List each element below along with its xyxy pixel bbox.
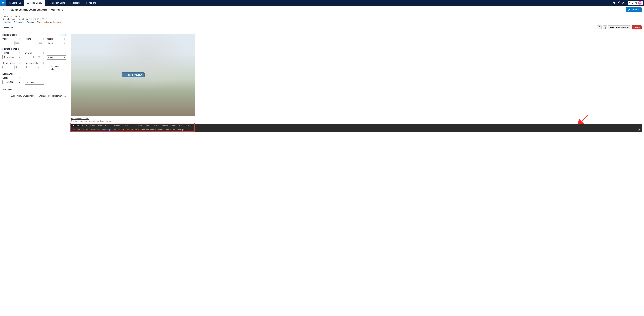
lang-tab-react[interactable]: React	[144, 123, 152, 127]
scale-note: This image has been scaled down for view…	[71, 120, 112, 122]
nav-reports[interactable]: Reports	[68, 0, 83, 6]
uploaded-text: Uploaded about a month ago (2019-12-18 1…	[2, 18, 642, 20]
reset-link[interactable]: Reset	[61, 34, 66, 36]
effect-select[interactable]: Artistic Filter▼	[2, 80, 22, 84]
mode-select[interactable]: Scale▼	[47, 41, 66, 45]
quality-input[interactable]	[37, 55, 44, 59]
lang-tab-vuejs[interactable]: Vue.js	[152, 123, 160, 127]
nav-dashboard[interactable]: Dashboard	[6, 0, 24, 6]
quality-label: Quality:	[25, 52, 32, 54]
settings-icon[interactable]	[613, 2, 615, 4]
lang-tab-jquery[interactable]: jQuery	[135, 123, 144, 127]
quality-mode-select[interactable]: Manual▼	[47, 56, 66, 60]
delete-button[interactable]: Delete	[632, 25, 642, 29]
add-tag-link[interactable]: + Add tag	[2, 21, 11, 23]
help-icon[interactable]: ?	[42, 62, 44, 64]
help-icon[interactable]: ?	[20, 38, 22, 40]
nav-label: Media Library	[30, 2, 42, 4]
bookmark-icon[interactable]	[597, 25, 602, 29]
overlay-link[interactable]: Add overlay & watermark...	[12, 95, 36, 97]
auto-rotation-checkbox[interactable]	[47, 67, 49, 69]
section-resize-crop: Resize & crop	[2, 34, 17, 36]
svg-rect-0	[9, 2, 10, 3]
corner-slider[interactable]	[2, 67, 14, 67]
preview-image: Refresh Preview	[71, 34, 195, 116]
manage-button[interactable]: Manage	[626, 8, 642, 12]
quality-slider[interactable]	[25, 57, 36, 57]
crop-icon[interactable]	[602, 25, 607, 29]
rename-link[interactable]: Rename	[27, 21, 34, 23]
width-input[interactable]	[14, 41, 22, 45]
help-icon[interactable]: ?	[64, 38, 66, 40]
effect-label: Effect:	[2, 77, 8, 79]
nav-media-library[interactable]: Media Library	[24, 0, 45, 6]
url-code[interactable]: https://res.cloudinary.com/demo/image/up…	[71, 127, 642, 132]
view-image-link[interactable]: View image	[2, 26, 13, 29]
rotation-input[interactable]	[37, 65, 44, 69]
copy-icon[interactable]	[638, 128, 640, 131]
toolbar-row: View image View derived images Delete	[0, 24, 644, 31]
corner-input[interactable]	[14, 65, 22, 69]
help-icon[interactable]: ▾	[622, 2, 626, 4]
help-icon[interactable]: ?	[20, 77, 22, 79]
main-content: Resize & crop Reset Width:? Height:? Mod…	[0, 31, 644, 135]
refresh-preview-button[interactable]: Refresh Preview	[122, 72, 144, 77]
page-header: ✕ samples/landscapes/nature-mountains Ma…	[0, 6, 644, 14]
view-full-size-link[interactable]: View full-size image	[71, 117, 89, 120]
svg-rect-7	[638, 129, 640, 130]
nav-transformations[interactable]: Transformations	[45, 0, 68, 6]
help-icon[interactable]: ?	[20, 62, 22, 64]
height-label: Height:	[25, 38, 31, 40]
account-name: Demo	[632, 2, 637, 4]
effect-option-select[interactable]: Primavera▼	[25, 81, 44, 85]
chain-link[interactable]: Chain another transformation...	[38, 95, 66, 97]
format-select[interactable]: Keep format▼	[2, 55, 22, 59]
brand-logo[interactable]	[0, 0, 6, 6]
edit-context-link[interactable]: Edit context	[14, 21, 24, 23]
height-slider[interactable]	[25, 43, 36, 43]
preview-area: Refresh Preview View full-size image Thi…	[69, 31, 644, 135]
lang-tab-https[interactable]: HTTPS	[71, 123, 80, 127]
corner-label: Corner radius:	[2, 62, 15, 64]
avatar: ET	[638, 1, 642, 5]
help-icon[interactable]: ?	[20, 52, 22, 54]
width-label: Width:	[2, 38, 8, 40]
section-look-feel: Look & feel	[2, 73, 66, 75]
lang-tab-ios[interactable]: iOS	[186, 123, 193, 127]
lang-tab-php[interactable]: PHP	[96, 123, 104, 127]
lang-tab-angular[interactable]: Angular	[160, 123, 170, 127]
divider	[8, 8, 8, 12]
mode-label: Mode:	[47, 38, 53, 40]
lang-tab-http[interactable]: HTTP	[80, 123, 89, 127]
help-icon[interactable]: ?	[42, 38, 44, 40]
height-input[interactable]	[37, 41, 44, 45]
svg-point-5	[27, 3, 28, 3]
lang-tab-nodejs[interactable]: Node.js	[112, 123, 122, 127]
transform-sidebar: Resize & crop Reset Width:? Height:? Mod…	[0, 31, 69, 135]
view-derived-button[interactable]: View derived images	[608, 25, 631, 29]
arrow-annotation	[578, 114, 590, 125]
meta-bar: 3000x2000, 3 MB JPG Uploaded about a mon…	[0, 14, 644, 24]
rotation-slider[interactable]	[25, 67, 36, 67]
close-icon[interactable]: ✕	[2, 8, 5, 12]
nav-addons[interactable]: Add-ons	[83, 0, 99, 6]
more-options-link[interactable]: More options...	[2, 89, 16, 91]
lang-tab-ruby[interactable]: Ruby	[89, 123, 96, 127]
account-selector[interactable]: Demo ET	[628, 1, 643, 5]
svg-rect-1	[10, 2, 10, 3]
lang-tab-android[interactable]: Android	[177, 123, 186, 127]
manage-label: Manage	[632, 9, 639, 11]
auto-rotation-label: Automatic rotation	[50, 66, 66, 70]
lang-tab-python[interactable]: Python	[104, 123, 112, 127]
nav-label: Transformations	[50, 2, 65, 4]
width-slider[interactable]	[2, 43, 14, 43]
lang-tab-net[interactable]: .Net	[170, 123, 177, 127]
pixelz-link[interactable]: Pixelz background removal	[37, 21, 61, 23]
help-icon[interactable]: ?	[42, 52, 44, 54]
lang-tab-java[interactable]: Java	[122, 123, 130, 127]
rotation-label: Rotation angle:	[25, 62, 38, 64]
section-format-shape: Format & shape	[2, 48, 66, 50]
svg-rect-3	[10, 3, 10, 4]
notifications-icon[interactable]	[617, 2, 620, 4]
lang-tab-js[interactable]: JS	[130, 123, 135, 127]
